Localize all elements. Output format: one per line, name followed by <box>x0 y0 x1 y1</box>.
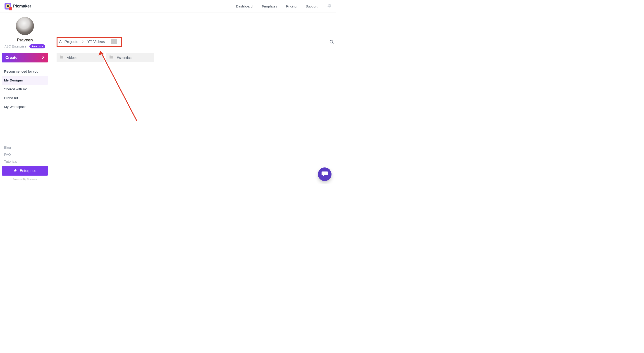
brand-logo-icon <box>4 3 11 10</box>
chevron-right-icon <box>82 40 84 44</box>
folder-name: Essentials <box>117 56 132 60</box>
folder-icon <box>109 55 114 60</box>
chevron-right-icon <box>42 56 44 60</box>
main: All Projects YT Videos + Videos <box>50 12 336 184</box>
svg-line-3 <box>332 43 334 44</box>
nav-dashboard[interactable]: Dashboard <box>236 4 252 8</box>
search-icon[interactable] <box>329 40 334 46</box>
footer-link-faq[interactable]: FAQ <box>4 152 46 156</box>
sidebar: Praveen ABC Enterprise Enterprise Create… <box>0 12 50 184</box>
enterprise-button[interactable]: Enterprise <box>2 166 48 176</box>
breadcrumb-current: YT Videos <box>87 40 105 44</box>
user-name: Praveen <box>2 38 48 42</box>
sidebar-item-recommended[interactable]: Recommended for you <box>2 67 48 76</box>
sidebar-item-label: Brand Kit <box>4 96 18 100</box>
folder-item[interactable]: Essentials <box>106 53 154 62</box>
enterprise-label: Enterprise <box>20 169 36 173</box>
star-icon <box>14 168 17 173</box>
create-label: Create <box>6 56 18 60</box>
chat-icon <box>321 170 328 178</box>
breadcrumb: All Projects YT Videos + <box>56 37 122 47</box>
nav-templates[interactable]: Templates <box>262 4 277 8</box>
sidebar-item-label: Shared with me <box>4 87 28 91</box>
sidebar-nav: Recommended for you My Designs Shared wi… <box>2 67 48 111</box>
org-line: ABC Enterprise Enterprise <box>2 44 48 48</box>
org-name: ABC Enterprise <box>4 44 26 48</box>
sidebar-footer: Blog FAQ Tutorials <box>2 146 48 166</box>
topnav: Dashboard Templates Pricing Support <box>236 3 332 9</box>
breadcrumb-root[interactable]: All Projects <box>59 40 78 44</box>
brand-name: Picmaker <box>13 4 31 8</box>
nav-support[interactable]: Support <box>306 4 318 8</box>
powered-by: Powered By Picmaker <box>2 178 48 182</box>
add-folder-button[interactable]: + <box>111 39 117 44</box>
gear-icon[interactable] <box>326 3 332 9</box>
footer-link-tutorials[interactable]: Tutorials <box>4 160 46 164</box>
sidebar-item-label: My Designs <box>4 78 23 82</box>
chat-button[interactable] <box>318 168 332 181</box>
sidebar-item-my-designs[interactable]: My Designs <box>2 76 48 85</box>
folder-item[interactable]: Videos <box>56 53 104 62</box>
plus-icon: + <box>113 40 115 44</box>
folder-list: Videos Essentials <box>56 53 327 62</box>
brand[interactable]: Picmaker <box>4 3 31 10</box>
org-badge: Enterprise <box>30 44 45 48</box>
footer-link-blog[interactable]: Blog <box>4 146 46 149</box>
sidebar-item-brand-kit[interactable]: Brand Kit <box>2 94 48 102</box>
folder-name: Videos <box>67 56 78 60</box>
create-button[interactable]: Create <box>2 53 48 62</box>
sidebar-item-label: My Workspace <box>4 105 26 108</box>
topbar: Picmaker Dashboard Templates Pricing Sup… <box>0 0 336 12</box>
nav-pricing[interactable]: Pricing <box>286 4 297 8</box>
sidebar-item-shared[interactable]: Shared with me <box>2 85 48 94</box>
sidebar-item-my-workspace[interactable]: My Workspace <box>2 102 48 111</box>
sidebar-item-label: Recommended for you <box>4 70 38 73</box>
profile: Praveen ABC Enterprise Enterprise <box>2 17 48 48</box>
folder-icon <box>59 55 64 60</box>
avatar[interactable] <box>16 17 34 35</box>
